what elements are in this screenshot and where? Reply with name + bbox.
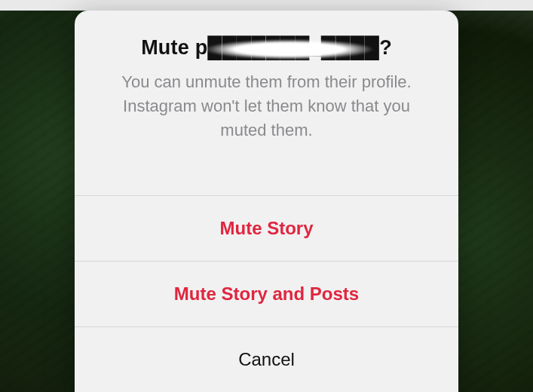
redaction-smudge (204, 39, 374, 60)
mute-story-and-posts-label: Mute Story and Posts (174, 283, 359, 305)
action-sheet: Mute p███████_████? You can unmute them … (75, 11, 458, 392)
dialog-title: Mute p███████_████? (141, 36, 392, 60)
spacer (75, 167, 458, 195)
cancel-button[interactable]: Cancel (75, 327, 458, 392)
dialog-subtitle: You can unmute them from their profile. … (102, 70, 431, 142)
status-bar-strip (0, 0, 533, 11)
mute-story-and-posts-button[interactable]: Mute Story and Posts (75, 262, 458, 326)
mute-story-button[interactable]: Mute Story (75, 196, 458, 261)
cancel-label: Cancel (238, 349, 295, 370)
mute-story-label: Mute Story (219, 218, 313, 239)
action-sheet-header: Mute p███████_████? You can unmute them … (75, 11, 458, 167)
